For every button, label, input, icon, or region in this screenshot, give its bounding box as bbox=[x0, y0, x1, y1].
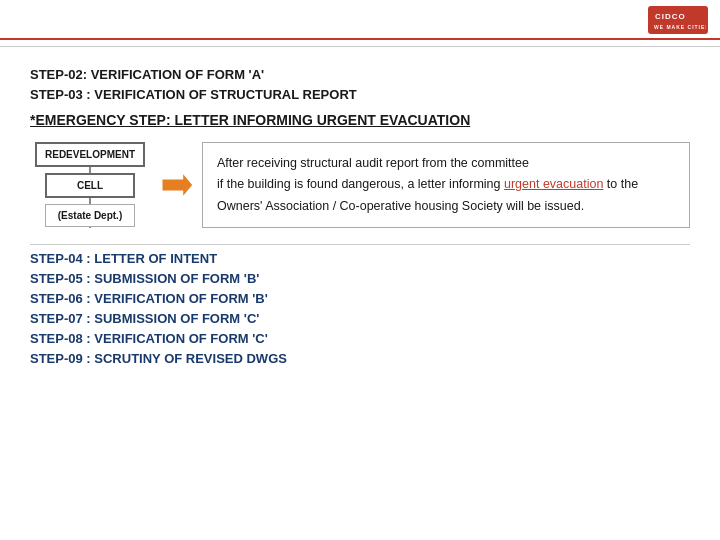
step-05-label: STEP-05 : bbox=[30, 271, 91, 286]
step-07-label: STEP-07 : bbox=[30, 311, 91, 326]
step-02-label: STEP-02: bbox=[30, 67, 87, 82]
left-boxes: REDEVELOPMENT CELL (Estate Dept.) bbox=[30, 142, 150, 228]
step-04-desc: LETTER OF INTENT bbox=[94, 251, 217, 266]
arrow-right bbox=[158, 142, 194, 228]
step-06: STEP-06 : VERIFICATION OF FORM 'B' bbox=[30, 291, 690, 306]
estate-dept-box: (Estate Dept.) bbox=[45, 204, 135, 227]
logo-area: CIDCO WE MAKE CITIES bbox=[648, 6, 708, 34]
header: CIDCO WE MAKE CITIES bbox=[0, 0, 720, 40]
step-02-desc: VERIFICATION OF FORM 'A' bbox=[91, 67, 265, 82]
step-02-line: STEP-02: VERIFICATION OF FORM 'A' bbox=[30, 67, 690, 82]
right-text-1: After receiving structural audit report … bbox=[217, 156, 529, 170]
step-06-label: STEP-06 : bbox=[30, 291, 91, 306]
cell-box: CELL bbox=[45, 173, 135, 198]
step-09-label: STEP-09 : bbox=[30, 351, 91, 366]
step-08: STEP-08 : VERIFICATION OF FORM 'C' bbox=[30, 331, 690, 346]
emergency-block: REDEVELOPMENT CELL (Estate Dept.) After … bbox=[30, 142, 690, 228]
step-04-label: STEP-04 : bbox=[30, 251, 91, 266]
urgent-link: urgent evacuation bbox=[504, 177, 603, 191]
step-09-desc: SCRUTINY OF REVISED DWGS bbox=[94, 351, 287, 366]
step-05: STEP-05 : SUBMISSION OF FORM 'B' bbox=[30, 271, 690, 286]
emergency-step-title: *EMERGENCY STEP: LETTER INFORMING URGENT… bbox=[30, 112, 690, 128]
step-04: STEP-04 : LETTER OF INTENT bbox=[30, 251, 690, 266]
svg-text:WE MAKE CITIES: WE MAKE CITIES bbox=[654, 24, 706, 30]
step-03-desc: VERIFICATION OF STRUCTURAL REPORT bbox=[94, 87, 356, 102]
svg-text:CIDCO: CIDCO bbox=[655, 12, 686, 21]
section-divider bbox=[30, 244, 690, 245]
right-description-box: After receiving structural audit report … bbox=[202, 142, 690, 228]
cidco-logo: CIDCO WE MAKE CITIES bbox=[648, 6, 708, 34]
redevelopment-box: REDEVELOPMENT bbox=[35, 142, 145, 167]
step-07: STEP-07 : SUBMISSION OF FORM 'C' bbox=[30, 311, 690, 326]
step-03-line: STEP-03 : VERIFICATION OF STRUCTURAL REP… bbox=[30, 87, 690, 102]
step-06-desc: VERIFICATION OF FORM 'B' bbox=[94, 291, 268, 306]
step-08-desc: VERIFICATION OF FORM 'C' bbox=[94, 331, 268, 346]
step-08-label: STEP-08 : bbox=[30, 331, 91, 346]
step-07-desc: SUBMISSION OF FORM 'C' bbox=[94, 311, 259, 326]
step-03-label: STEP-03 : bbox=[30, 87, 91, 102]
header-divider bbox=[0, 46, 720, 47]
right-text-2: if the building is found dangerous, a le… bbox=[217, 177, 504, 191]
step-09: STEP-09 : SCRUTINY OF REVISED DWGS bbox=[30, 351, 690, 366]
step-05-desc: SUBMISSION OF FORM 'B' bbox=[94, 271, 259, 286]
bottom-steps: STEP-04 : LETTER OF INTENT STEP-05 : SUB… bbox=[30, 251, 690, 366]
main-content: STEP-02: VERIFICATION OF FORM 'A' STEP-0… bbox=[0, 53, 720, 381]
svg-marker-3 bbox=[163, 174, 193, 196]
